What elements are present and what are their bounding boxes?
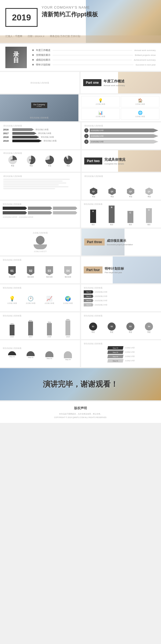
globe-icon: 🌐 (138, 111, 142, 115)
toc-cn2: 目 (13, 57, 19, 63)
toc-label-2: 光明项目展示 (36, 53, 50, 57)
vstep-text-02: 点击此处输入内容 (94, 299, 107, 302)
pyr-step-01: Step 01 点击输入内容 (107, 359, 135, 363)
arc-shape-4 (64, 351, 72, 358)
toc-en-3: Achievement summary (134, 59, 156, 61)
toc-item-1: 年度工作概述 Annual work summary (32, 49, 156, 52)
timeline-items: 2016 请在此输入标题 2017 请在此输入标题 2018 请在此输入标题 2… (3, 128, 77, 142)
toc-list: 年度工作概述 Annual work summary 光明项目展示 Brilli… (32, 49, 156, 67)
num-label-2: 项目名称 (27, 276, 34, 278)
circ-3: S3 季度 (126, 323, 134, 334)
part2-badge: Part two (84, 158, 102, 164)
circ-4: S4 季度 (145, 323, 153, 334)
vstep-03: Step 03 点击此处输入内容 (84, 295, 158, 298)
row-icons-vsteps: 请在此处输入您的标题 💡 点击输入标题 🕐 点击输入标题 📈 点击输入标题 🌍 … (0, 284, 161, 311)
circ-label-1: 季度 (92, 331, 95, 334)
pyr-label-02: Step 02 (113, 356, 118, 357)
vstep-02: Step 02 点击此处输入内容 (84, 299, 158, 302)
hex-4: Q4 (145, 188, 153, 195)
copyright-text2: COPYRIGHT © 2019 QIANTU.COM ALL RIGHTS R… (54, 416, 107, 418)
num-badge-02: 02 (27, 266, 34, 275)
num-item-2: 02 项目名称 (27, 266, 34, 278)
process-row-1 (3, 207, 77, 210)
season-label-1: 季度 (92, 196, 95, 198)
text-line-6 (3, 188, 55, 189)
slide-company-photo: Our Company is Best 请在此处输入您的标题 (0, 94, 78, 121)
arc-shape-1 (8, 351, 16, 355)
vstep-label-04: Step 04 (86, 291, 91, 293)
step-text-2: 点击此处输入内容 (91, 135, 104, 137)
vstep-text-04: 点击此处输入内容 (94, 291, 107, 293)
arc-placeholder: 请在此处输入您的标题 (3, 347, 77, 350)
part1-title-en: Annual work summary (104, 84, 125, 87)
person-avatar (36, 236, 45, 244)
vstep-label-02: Step 02 (86, 300, 91, 301)
company-sub: is Best (33, 105, 45, 107)
pyr-text-03: 点击输入内容 (125, 351, 135, 353)
text-lines (3, 179, 77, 189)
prog-item-4: 90% 季度 (64, 156, 72, 167)
process-rows (3, 207, 77, 214)
slide-numbers-left: 请在此处输入您的标题 01 项目名称 02 项目名称 03 项目名称 04 项目… (0, 257, 80, 283)
icon-row-2: 🕐 点击输入标题 (26, 296, 35, 305)
abcd-placeholder: 请在此处输入您的标题 (84, 203, 158, 206)
proc-arrow-1c (53, 207, 77, 210)
slide-part4-header: Part four 明年计划目标 Plan target next year (81, 257, 161, 283)
icon-label-2: 点击输入标题 (135, 103, 145, 105)
slide-circ-steps: 请在此处输入您的标题 S1 季度 S2 季度 S3 季度 S4 季度 (81, 312, 161, 339)
circ-1: S1 季度 (89, 323, 97, 334)
part1-badge: Part one (83, 79, 101, 86)
prog-label-2: 季度 (30, 165, 33, 167)
vsteps-placeholder: 请在此处输入您的标题 (84, 287, 158, 289)
pyramid-steps: Step 04 点击输入内容 Step 03 点击输入内容 Step 02 点击… (84, 346, 158, 363)
bar-label-c: 项目 (129, 224, 132, 226)
slide-process-steps: 请在此处输入您的标题 点击此处输入的内容，点击此处输入的内容 (0, 201, 80, 228)
seasons-placeholder: 请在此处输入您的标题 (84, 175, 158, 178)
proc-arrow-1b (28, 207, 52, 210)
company-our: Our Company (33, 104, 45, 105)
bar-letter-c: C (130, 211, 131, 214)
text-line-3 (3, 182, 66, 184)
season-label-3: 季度 (129, 196, 132, 198)
prog-circle-1: 25% (8, 156, 17, 164)
idea-icon: 💡 (9, 296, 15, 302)
vsteps-list: Step 04 点击此处输入内容 Step 03 点击此处输入内容 Step 0… (84, 290, 158, 306)
arrow-2016 (12, 128, 34, 131)
text-2019: 请在此输入标题 (43, 140, 57, 142)
vstep-text-01: 点击此处输入内容 (94, 304, 107, 306)
slide-toc: 录 目 年度工作概述 Annual work summary 光明项目展示 Br… (0, 44, 161, 71)
part3-badge: Part three (84, 239, 105, 246)
bar-d: D 项目 (146, 208, 152, 226)
person-placeholder: 点击输入您的标题 (33, 232, 48, 234)
slide-arrows-process: 请在此处输入您的标题 1 点击此处输入内容 2 点击此处输入内容 3 点击此处输… (82, 122, 161, 149)
num-items: 01 项目名称 02 项目名称 03 项目名称 04 项目名称 (3, 262, 77, 282)
arc-step-1: Step 01 (8, 351, 16, 360)
text-line-2 (3, 181, 63, 182)
prog-circle-4: 90% (64, 156, 72, 164)
icon-row-label-3: 点击输入标题 (45, 302, 54, 305)
person-body (34, 244, 47, 249)
arrow-2018 (12, 136, 39, 138)
pyr-label-03: Step 03 (113, 352, 118, 353)
circ-placeholder: 请在此处输入您的标题 (84, 314, 158, 317)
bar-2019: 90% 2019 (65, 319, 70, 338)
arrow-step-3: 3 点击此处输入内容 (84, 140, 158, 144)
year-2017: 2017 (3, 132, 11, 135)
num-label-3: 项目名称 (46, 276, 53, 278)
year-text: 2019 (12, 13, 31, 23)
pyr-bar-01: Step 01 (107, 359, 123, 363)
row-company-icons: Our Company is Best 请在此处输入您的标题 💡 点击输入标题 … (0, 94, 161, 121)
company-placeholder: 请在此处输入您的标题 (0, 116, 78, 119)
toc-dot-1 (32, 49, 34, 51)
circ-items: S1 季度 S2 季度 S3 季度 S4 季度 (84, 318, 158, 338)
globe2-icon: 🌍 (65, 296, 71, 302)
process-row-2 (3, 211, 77, 214)
toc-dot-4 (32, 64, 34, 65)
part1-title-cn: 年度工作概述 (104, 79, 125, 84)
part1-title-area: 年度工作概述 Annual work summary (104, 79, 125, 87)
bar-year-2016: 2016 (10, 336, 14, 338)
arrow-step-1: 1 点击此处输入内容 (84, 128, 158, 133)
bar-col-2017 (28, 321, 33, 335)
step-text-1: 点击此处输入内容 (91, 129, 104, 132)
seasons-items: Q1 季度 Q2 季度 Q3 季度 Q4 季度 (84, 179, 158, 198)
